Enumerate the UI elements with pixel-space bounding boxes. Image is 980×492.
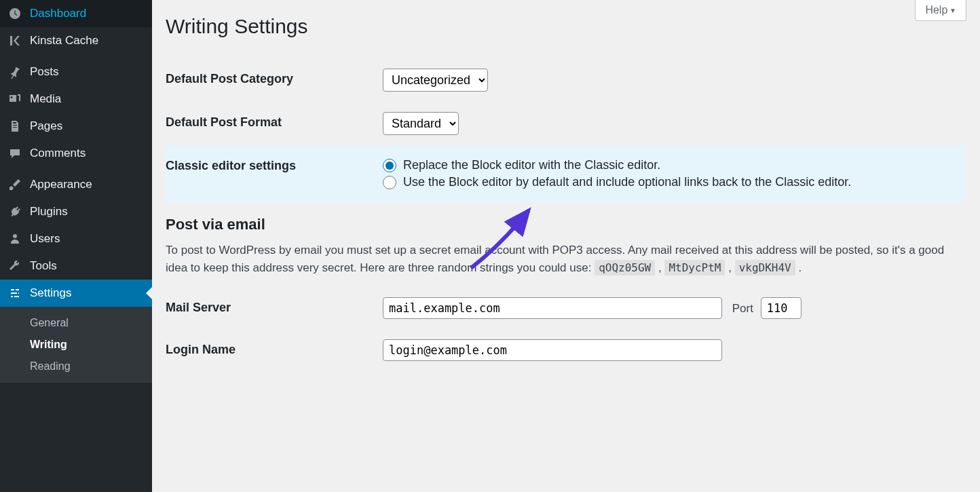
- brush-icon: [8, 178, 22, 191]
- sidebar-label: Settings: [30, 286, 71, 300]
- help-tab[interactable]: Help: [915, 0, 966, 21]
- sidebar-item-dashboard[interactable]: Dashboard: [0, 0, 152, 27]
- media-icon: [8, 92, 22, 106]
- port-label: Port: [732, 302, 753, 315]
- page-title: Writing Settings: [166, 15, 966, 38]
- sidebar-label: Comments: [30, 147, 86, 160]
- login-name-input[interactable]: [383, 339, 722, 361]
- default-post-format-label: Default Post Format: [166, 102, 376, 145]
- mail-settings-form: Mail Server Port Login Name: [166, 287, 966, 371]
- port-input[interactable]: [761, 297, 802, 319]
- post-via-email-description: To post to WordPress by email you must s…: [166, 242, 953, 276]
- classic-editor-radio-replace[interactable]: [383, 159, 396, 172]
- sidebar-item-tools[interactable]: Tools: [0, 252, 152, 280]
- plug-icon: [8, 205, 22, 219]
- submenu-item-reading[interactable]: Reading: [0, 356, 152, 377]
- pin-icon: [8, 65, 22, 79]
- sidebar-label: Tools: [30, 259, 57, 273]
- default-post-category-label: Default Post Category: [166, 58, 376, 102]
- sidebar-item-plugins[interactable]: Plugins: [0, 198, 152, 225]
- random-string-2: MtDycPtM: [664, 260, 725, 276]
- submenu-item-writing[interactable]: Writing: [0, 334, 152, 356]
- login-name-label: Login Name: [166, 329, 376, 371]
- classic-editor-settings-label: Classic editor settings: [166, 145, 376, 202]
- sidebar-label: Kinsta Cache: [30, 34, 98, 48]
- mail-server-label: Mail Server: [166, 287, 376, 329]
- radio-label: Replace the Block editor with the Classi…: [403, 158, 660, 172]
- sidebar-item-media[interactable]: Media: [0, 86, 152, 113]
- sidebar-item-appearance[interactable]: Appearance: [0, 171, 152, 198]
- submenu-item-general[interactable]: General: [0, 312, 152, 334]
- pages-icon: [8, 119, 22, 133]
- main-content: Help Writing Settings Default Post Categ…: [152, 0, 980, 492]
- sidebar-item-users[interactable]: Users: [0, 225, 152, 252]
- sidebar-item-settings[interactable]: Settings: [0, 280, 152, 307]
- classic-editor-radio-block[interactable]: [383, 176, 396, 189]
- comments-icon: [8, 147, 22, 160]
- sidebar-item-comments[interactable]: Comments: [0, 140, 152, 167]
- post-via-email-heading: Post via email: [166, 216, 966, 233]
- sidebar-label: Dashboard: [30, 7, 86, 20]
- sidebar-item-pages[interactable]: Pages: [0, 113, 152, 140]
- desc-text: To post to WordPress by email you must s…: [166, 244, 944, 274]
- mail-server-input[interactable]: [383, 297, 722, 319]
- settings-form: Default Post Category Uncategorized Defa…: [166, 58, 966, 202]
- random-string-3: vkgDKH4V: [735, 260, 795, 276]
- sidebar-label: Appearance: [30, 178, 92, 191]
- default-post-format-select[interactable]: Standard: [383, 112, 459, 135]
- sidebar-label: Users: [30, 232, 60, 246]
- sidebar-label: Plugins: [30, 205, 68, 219]
- user-icon: [8, 232, 22, 246]
- classic-editor-option-replace[interactable]: Replace the Block editor with the Classi…: [383, 158, 960, 172]
- admin-sidebar: Dashboard Kinsta Cache Posts Media Pages…: [0, 0, 152, 492]
- sidebar-label: Media: [30, 92, 61, 106]
- sidebar-item-kinsta-cache[interactable]: Kinsta Cache: [0, 27, 152, 54]
- sidebar-label: Posts: [30, 65, 59, 79]
- dashboard-icon: [8, 7, 22, 20]
- sidebar-item-posts[interactable]: Posts: [0, 58, 152, 86]
- kinsta-icon: [8, 34, 22, 48]
- classic-editor-option-block[interactable]: Use the Block editor by default and incl…: [383, 175, 960, 189]
- radio-label: Use the Block editor by default and incl…: [403, 175, 851, 189]
- settings-submenu: General Writing Reading: [0, 307, 152, 383]
- settings-icon: [8, 286, 22, 300]
- sidebar-label: Pages: [30, 119, 62, 133]
- wrench-icon: [8, 259, 22, 273]
- random-string-1: qOQz05GW: [595, 260, 655, 276]
- default-post-category-select[interactable]: Uncategorized: [383, 69, 488, 92]
